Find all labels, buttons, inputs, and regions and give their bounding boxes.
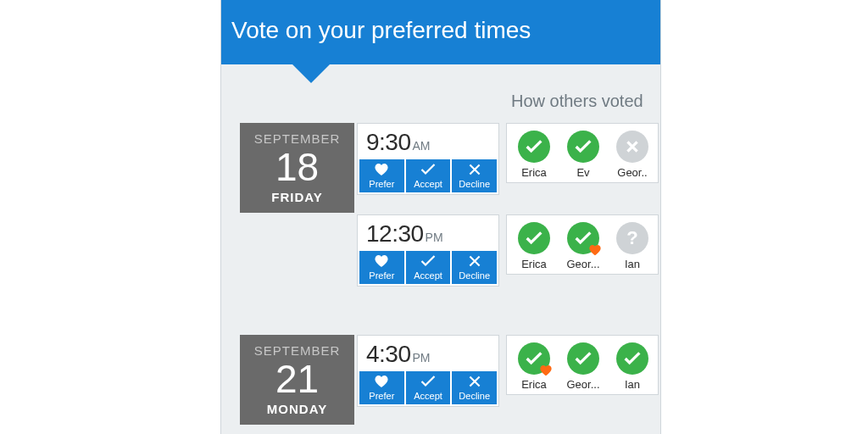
- day-number: 18: [245, 147, 349, 186]
- vote-decline-icon: [616, 131, 648, 163]
- decline-button[interactable]: Decline: [452, 371, 497, 404]
- voter-name: Erica: [521, 166, 547, 179]
- vote-accept-icon: [616, 342, 648, 375]
- heart-icon: [359, 253, 404, 269]
- vote-buttons: Prefer Accept Decline: [358, 159, 498, 194]
- accept-label: Accept: [406, 179, 451, 189]
- poll-panel: Vote on your preferred times How others …: [220, 0, 661, 434]
- voter: Geor...: [563, 222, 604, 270]
- voter: Ev: [563, 131, 604, 179]
- vote-accept-icon: [518, 222, 550, 254]
- decline-label: Decline: [452, 179, 497, 189]
- voter-name: Erica: [521, 378, 547, 391]
- voter: Erica: [514, 342, 554, 391]
- time-ampm: AM: [413, 139, 431, 153]
- voter-name: Ian: [625, 258, 640, 270]
- banner-title: Vote on your preferred times: [231, 17, 531, 43]
- heart-icon: [359, 162, 404, 177]
- voter-name: Geor...: [566, 258, 599, 270]
- voter-name: Geor..: [617, 166, 647, 179]
- time-slot: 12:30PM Prefer Accept Decline: [357, 214, 499, 287]
- x-icon: [452, 253, 497, 269]
- voter-name: Geor...: [566, 378, 599, 391]
- vote-accept-icon: [567, 131, 599, 163]
- decline-label: Decline: [452, 391, 497, 401]
- prefer-button[interactable]: Prefer: [359, 371, 404, 404]
- time-ampm: PM: [413, 351, 431, 364]
- prefer-label: Prefer: [359, 270, 404, 281]
- voter-strip: Erica Ev Geor..: [506, 123, 659, 183]
- check-icon: [406, 162, 451, 177]
- heart-badge-icon: [540, 364, 552, 376]
- voter-name: Ev: [576, 166, 589, 179]
- day-month: SEPTEMBER: [245, 131, 349, 146]
- vote-accept-icon: [518, 131, 550, 163]
- time-slot: 9:30AM Prefer Accept Decline: [357, 123, 499, 195]
- voter: Ian: [612, 342, 653, 391]
- time-ampm: PM: [426, 231, 443, 244]
- heart-badge-icon: [589, 244, 601, 256]
- banner: Vote on your preferred times: [221, 0, 660, 64]
- time-slot: 4:30PM Prefer Accept Decline: [357, 335, 499, 407]
- voter: Erica: [514, 131, 554, 179]
- voter-strip: Erica Geor... Ian: [506, 335, 659, 395]
- voter: ? Ian: [612, 222, 653, 270]
- prefer-label: Prefer: [359, 179, 404, 189]
- vote-buttons: Prefer Accept Decline: [358, 371, 498, 406]
- day-name: MONDAY: [245, 402, 349, 416]
- day-month: SEPTEMBER: [245, 343, 349, 358]
- vote-accept-icon: [567, 342, 599, 375]
- voter-name: Ian: [625, 378, 640, 391]
- decline-label: Decline: [452, 270, 497, 281]
- time-label: 9:30AM: [358, 124, 498, 159]
- vote-buttons: Prefer Accept Decline: [358, 251, 498, 286]
- accept-label: Accept: [406, 270, 451, 281]
- day-name: FRIDAY: [245, 190, 349, 204]
- voter-strip: Erica Geor... ? Ian: [506, 214, 659, 275]
- accept-button[interactable]: Accept: [406, 371, 451, 404]
- time-value: 12:30: [366, 220, 424, 247]
- prefer-button[interactable]: Prefer: [359, 159, 404, 192]
- vote-prefer-icon: [567, 222, 599, 254]
- accept-button[interactable]: Accept: [406, 251, 451, 284]
- voter: Geor..: [612, 131, 653, 179]
- day-card: SEPTEMBER 18 FRIDAY: [240, 123, 354, 213]
- others-voted-header: How others voted: [511, 92, 643, 111]
- day-number: 21: [245, 359, 349, 398]
- prefer-button[interactable]: Prefer: [359, 251, 404, 284]
- check-icon: [406, 374, 451, 389]
- time-value: 4:30: [366, 341, 411, 367]
- decline-button[interactable]: Decline: [452, 159, 497, 192]
- x-icon: [452, 162, 497, 177]
- check-icon: [406, 253, 451, 269]
- vote-prefer-icon: [518, 342, 550, 375]
- day-card: SEPTEMBER 21 MONDAY: [240, 335, 354, 425]
- vote-unknown-icon: ?: [616, 222, 648, 254]
- x-icon: [452, 374, 497, 389]
- heart-icon: [359, 374, 404, 389]
- voter: Erica: [514, 222, 554, 270]
- time-label: 4:30PM: [358, 336, 498, 371]
- decline-button[interactable]: Decline: [452, 251, 497, 284]
- time-value: 9:30: [366, 129, 411, 155]
- voter: Geor...: [563, 342, 604, 391]
- prefer-label: Prefer: [359, 391, 404, 401]
- accept-button[interactable]: Accept: [406, 159, 451, 192]
- accept-label: Accept: [406, 391, 451, 401]
- voter-name: Erica: [521, 258, 547, 270]
- time-label: 12:30PM: [358, 215, 498, 251]
